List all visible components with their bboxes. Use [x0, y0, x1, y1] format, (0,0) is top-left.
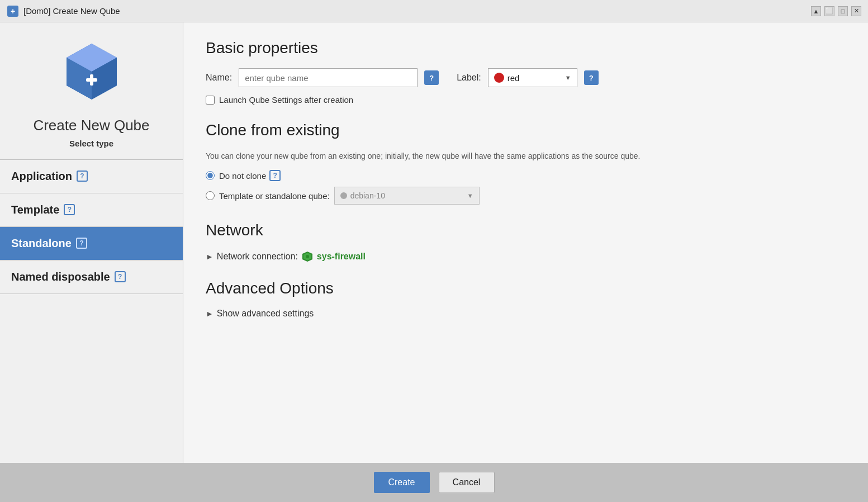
named-disposable-help-icon[interactable]: ? [115, 271, 126, 282]
clone-description: You can clone your new qube from an exis… [206, 150, 709, 162]
advanced-options-title: Advanced Options [206, 280, 846, 297]
do-not-clone-label: Do not clone ? [219, 170, 281, 181]
svg-text:+: + [11, 7, 15, 16]
sidebar-item-standalone[interactable]: Standalone ? [0, 227, 183, 261]
do-not-clone-radio[interactable] [206, 171, 215, 180]
standalone-help-icon[interactable]: ? [76, 238, 87, 249]
footer: Create Cancel [0, 463, 868, 502]
network-value: sys-firewall [301, 250, 366, 263]
sidebar-item-label-application: Application [11, 170, 72, 183]
network-connection-label: Network connection: [217, 252, 298, 262]
network-section-title: Network [206, 221, 846, 239]
titlebar: + [Dom0] Create New Qube ▲ ⬜ □ ✕ [0, 0, 868, 22]
sidebar-logo [58, 39, 125, 106]
clone-section: Clone from existing You can clone your n… [206, 121, 846, 205]
sidebar-item-label-template: Template [11, 203, 59, 216]
sidebar-item-template[interactable]: Template ? [0, 193, 183, 227]
network-expand-arrow: ► [206, 252, 214, 261]
template-standalone-label: Template or standalone qube: [219, 191, 330, 201]
advanced-options-section: Advanced Options ► Show advanced setting… [206, 280, 846, 319]
application-help-icon[interactable]: ? [77, 171, 88, 182]
do-not-clone-help-icon[interactable]: ? [269, 170, 281, 181]
app-icon: + [7, 5, 19, 17]
sidebar-item-application[interactable]: Application ? [0, 160, 183, 193]
close-button[interactable]: ✕ [851, 6, 861, 16]
name-input[interactable] [239, 68, 418, 87]
network-connection-row[interactable]: ► Network connection: sys-firewall [206, 250, 846, 263]
sys-firewall-icon [301, 250, 314, 263]
sidebar-item-label-standalone: Standalone [11, 237, 72, 250]
template-value-text: debian-10 [350, 191, 464, 200]
network-section: Network ► Network connection: sys-firewa… [206, 221, 846, 263]
basic-properties-section: Basic properties Name: ? Label: red ▼ ? … [206, 39, 846, 105]
template-dropdown[interactable]: debian-10 ▼ [334, 187, 480, 205]
minimize-button[interactable]: ▲ [811, 6, 821, 16]
window-title: [Dom0] Create New Qube [23, 6, 120, 16]
svg-rect-7 [90, 74, 93, 86]
template-help-icon[interactable]: ? [64, 204, 75, 215]
launch-settings-label: Launch Qube Settings after creation [219, 95, 353, 105]
template-standalone-row: Template or standalone qube: debian-10 ▼ [206, 187, 846, 205]
label-value-text: red [507, 73, 562, 83]
main-content: Create New Qube Select type Application … [0, 22, 868, 463]
label-dropdown-arrow: ▼ [565, 74, 571, 81]
template-standalone-radio[interactable] [206, 191, 215, 200]
launch-settings-checkbox[interactable] [206, 96, 215, 105]
clone-section-title: Clone from existing [206, 121, 846, 139]
do-not-clone-row: Do not clone ? [206, 170, 846, 181]
advanced-expand-arrow: ► [206, 309, 214, 318]
sidebar-item-named-disposable[interactable]: Named disposable ? [0, 261, 183, 294]
create-button[interactable]: Create [374, 472, 430, 493]
name-row: Name: ? Label: red ▼ ? [206, 68, 846, 87]
show-advanced-row[interactable]: ► Show advanced settings [206, 309, 846, 319]
basic-properties-title: Basic properties [206, 39, 846, 57]
maximize-button[interactable]: □ [838, 6, 848, 16]
sidebar-app-subtitle: Select type [69, 139, 113, 148]
template-dot [340, 192, 347, 199]
svg-point-10 [306, 255, 309, 258]
sidebar-app-title: Create New Qube [33, 116, 149, 135]
label-color-indicator [494, 73, 504, 83]
sidebar: Create New Qube Select type Application … [0, 22, 183, 463]
show-advanced-label: Show advanced settings [217, 309, 314, 319]
name-field-label: Name: [206, 73, 232, 83]
launch-checkbox-row: Launch Qube Settings after creation [206, 95, 846, 105]
sidebar-nav: Application ? Template ? Standalone ? Na… [0, 160, 183, 294]
sidebar-item-label-named-disposable: Named disposable [11, 271, 110, 283]
titlebar-controls: ▲ ⬜ □ ✕ [811, 6, 861, 16]
name-help-button[interactable]: ? [424, 70, 439, 85]
label-field-label: Label: [457, 73, 481, 83]
cancel-button[interactable]: Cancel [439, 472, 495, 493]
titlebar-left: + [Dom0] Create New Qube [7, 5, 120, 17]
template-dropdown-arrow: ▼ [467, 192, 473, 199]
label-dropdown[interactable]: red ▼ [488, 68, 577, 87]
restore-button[interactable]: ⬜ [824, 6, 834, 16]
label-help-button[interactable]: ? [584, 70, 599, 85]
right-panel: Basic properties Name: ? Label: red ▼ ? … [183, 22, 868, 463]
